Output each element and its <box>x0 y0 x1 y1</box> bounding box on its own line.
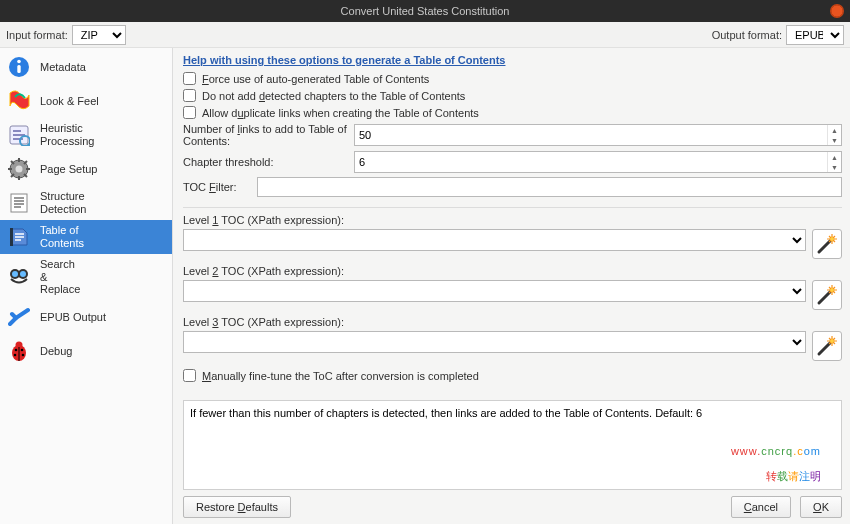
svg-rect-15 <box>11 194 27 212</box>
toc-level-1-combobox[interactable] <box>183 229 806 251</box>
spin-up-icon[interactable]: ▲ <box>828 152 841 162</box>
sidebar-icon <box>6 338 32 364</box>
sidebar-item-epub-output[interactable]: EPUB Output <box>0 300 172 334</box>
allow-dup-row: Allow duplicate links when creating the … <box>183 106 842 119</box>
tocfilter-input[interactable] <box>257 177 842 197</box>
sidebar-icon <box>6 156 32 182</box>
sidebar-item-label: Search & Replace <box>40 258 80 296</box>
sidebar-item-label: Metadata <box>40 61 86 74</box>
toc-level-3-combobox[interactable] <box>183 331 806 353</box>
window-title: Convert United States Constitution <box>341 5 510 17</box>
tocfilter-row: TOC Filter: <box>183 177 842 197</box>
sidebar-item-heuristic-processing[interactable]: Heuristic Processing <box>0 118 172 152</box>
button-row: Restore Defaults Cancel OK <box>183 496 842 518</box>
svg-point-19 <box>12 271 18 277</box>
sidebar-icon <box>6 190 32 216</box>
svg-point-25 <box>14 354 17 357</box>
spin-down-icon[interactable]: ▼ <box>828 135 841 145</box>
toc-level-2-label: Level 2 TOC (XPath expression): <box>183 265 842 277</box>
input-format-select[interactable]: ZIP <box>72 25 126 45</box>
manual-row: Manually fine-tune the ToC after convers… <box>183 369 842 382</box>
sidebar-item-structure-detection[interactable]: Structure Detection <box>0 186 172 220</box>
manual-label: Manually fine-tune the ToC after convers… <box>202 370 479 382</box>
svg-rect-1 <box>17 65 20 73</box>
content-panel: Help with using these options to generat… <box>173 48 850 524</box>
svg-point-20 <box>20 271 26 277</box>
chapterthresh-input[interactable] <box>355 152 827 172</box>
cancel-button[interactable]: Cancel <box>731 496 791 518</box>
force-toc-label: Force use of auto-generated Table of Con… <box>202 73 429 85</box>
toc-level-1-label: Level 1 TOC (XPath expression): <box>183 214 842 226</box>
force-toc-checkbox[interactable] <box>183 72 196 85</box>
toc-level-1-wizard-button[interactable] <box>812 229 842 259</box>
svg-point-24 <box>21 349 24 352</box>
toc-level-2-group: Level 2 TOC (XPath expression): <box>183 265 842 310</box>
sidebar-icon <box>6 304 32 330</box>
svg-point-26 <box>22 354 25 357</box>
sidebar-item-page-setup[interactable]: Page Setup <box>0 152 172 186</box>
divider <box>183 207 842 208</box>
sidebar-icon <box>6 88 32 114</box>
sidebar-item-look-feel[interactable]: Look & Feel <box>0 84 172 118</box>
sidebar-icon <box>6 264 32 290</box>
tocfilter-label: TOC Filter: <box>183 181 251 193</box>
sidebar-item-label: Page Setup <box>40 163 98 176</box>
sidebar-item-debug[interactable]: Debug <box>0 334 172 368</box>
output-format-select[interactable]: EPUB <box>786 25 844 45</box>
help-link[interactable]: Help with using these options to generat… <box>183 54 842 66</box>
numlinks-spinbox[interactable]: ▲▼ <box>354 124 842 146</box>
sidebar-item-metadata[interactable]: Metadata <box>0 50 172 84</box>
numlinks-input[interactable] <box>355 125 827 145</box>
manual-checkbox[interactable] <box>183 369 196 382</box>
description-box: If fewer than this number of chapters is… <box>183 400 842 490</box>
watermark-url: www.cncrq.com <box>731 434 821 461</box>
watermark-zh: 转载请注明 <box>766 462 821 485</box>
close-icon[interactable] <box>830 4 844 18</box>
numlinks-label: Number of links to add to Table of Conte… <box>183 123 348 147</box>
sidebar-item-label: EPUB Output <box>40 311 106 324</box>
svg-point-2 <box>17 60 21 64</box>
sidebar: MetadataLook & FeelHeuristic ProcessingP… <box>0 48 173 524</box>
titlebar: Convert United States Constitution <box>0 0 850 22</box>
allow-dup-label: Allow duplicate links when creating the … <box>202 107 479 119</box>
chapterthresh-row: Chapter threshold: ▲▼ <box>183 151 842 173</box>
sidebar-item-label: Structure Detection <box>40 190 86 215</box>
toc-level-3-label: Level 3 TOC (XPath expression): <box>183 316 842 328</box>
ok-button[interactable]: OK <box>800 496 842 518</box>
restore-defaults-button[interactable]: Restore Defaults <box>183 496 291 518</box>
svg-point-6 <box>16 166 23 173</box>
toc-level-2-wizard-button[interactable] <box>812 280 842 310</box>
no-detected-row: Do not add detected chapters to the Tabl… <box>183 89 842 102</box>
sidebar-item-label: Look & Feel <box>40 95 99 108</box>
sidebar-item-label: Table of Contents <box>40 224 84 249</box>
output-format-label: Output format: <box>712 29 782 41</box>
chapterthresh-label: Chapter threshold: <box>183 156 348 168</box>
sidebar-icon <box>6 224 32 250</box>
toc-level-3-group: Level 3 TOC (XPath expression): <box>183 316 842 361</box>
toc-level-3-wizard-button[interactable] <box>812 331 842 361</box>
allow-dup-checkbox[interactable] <box>183 106 196 119</box>
sidebar-item-table-of-contents[interactable]: Table of Contents <box>0 220 172 254</box>
toc-level-2-combobox[interactable] <box>183 280 806 302</box>
spin-down-icon[interactable]: ▼ <box>828 162 841 172</box>
format-bar: Input format: ZIP Output format: EPUB <box>0 22 850 48</box>
no-detected-checkbox[interactable] <box>183 89 196 102</box>
sidebar-item-label: Debug <box>40 345 72 358</box>
chapterthresh-spinbox[interactable]: ▲▼ <box>354 151 842 173</box>
sidebar-icon <box>6 54 32 80</box>
description-text: If fewer than this number of chapters is… <box>190 407 702 419</box>
no-detected-label: Do not add detected chapters to the Tabl… <box>202 90 465 102</box>
spin-up-icon[interactable]: ▲ <box>828 125 841 135</box>
sidebar-item-search-replace[interactable]: Search & Replace <box>0 254 172 300</box>
svg-point-23 <box>15 349 18 352</box>
svg-rect-16 <box>10 228 13 246</box>
force-toc-row: Force use of auto-generated Table of Con… <box>183 72 842 85</box>
sidebar-item-label: Heuristic Processing <box>40 122 94 147</box>
sidebar-icon <box>6 122 32 148</box>
toc-level-1-group: Level 1 TOC (XPath expression): <box>183 214 842 259</box>
input-format-label: Input format: <box>6 29 68 41</box>
numlinks-row: Number of links to add to Table of Conte… <box>183 123 842 147</box>
